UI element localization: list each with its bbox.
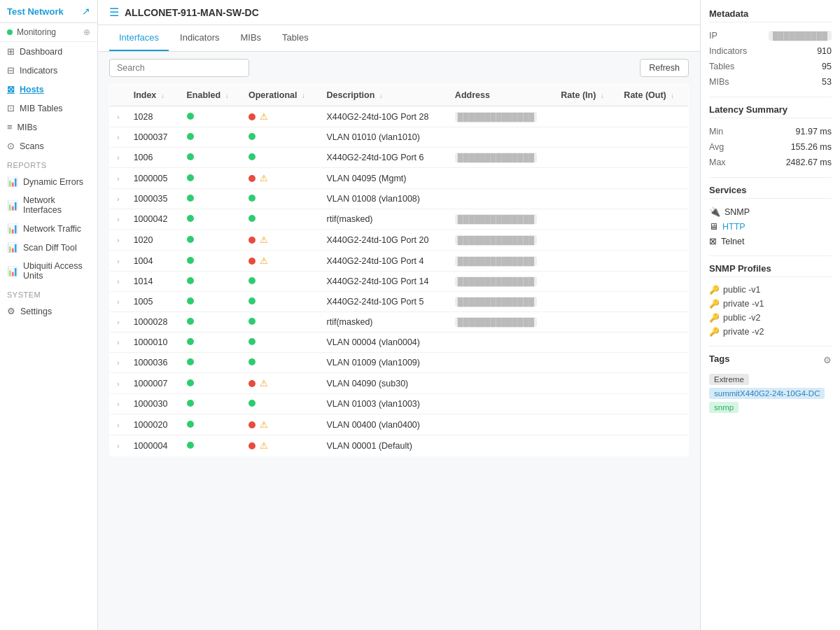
col-rate-in[interactable]: Rate (In) ↓ — [554, 85, 617, 106]
tables-value: 95 — [822, 62, 832, 71]
tab-tables[interactable]: Tables — [272, 25, 318, 51]
tag-snmp[interactable]: snmp — [709, 402, 738, 413]
row-expander[interactable]: › — [117, 113, 120, 121]
monitoring-item[interactable]: Monitoring ⊕ — [0, 23, 97, 42]
op-red-dot — [248, 442, 255, 449]
sidebar-item-scan-diff-tool[interactable]: 📊 Scan Diff Tool — [0, 238, 97, 257]
col-index[interactable]: Index ↓ — [127, 85, 180, 106]
col-address: Address — [448, 85, 554, 106]
enabled-status-dot — [187, 318, 194, 325]
sidebar-item-mibs[interactable]: ≡ MIBs — [0, 118, 97, 136]
row-expander[interactable]: › — [117, 257, 120, 265]
operational-status: ⚠ — [248, 440, 313, 451]
tags-gear-icon[interactable]: ⚙ — [823, 355, 832, 365]
col-rate-out[interactable]: Rate (Out) ↓ — [617, 85, 688, 106]
external-link-icon[interactable]: ↗ — [82, 6, 90, 17]
sidebar-item-label: Scan Diff Tool — [23, 243, 77, 253]
service-http[interactable]: 🖥 HTTP — [709, 219, 832, 234]
divider-1 — [709, 97, 832, 97]
row-expander[interactable]: › — [117, 174, 120, 183]
row-expander[interactable]: › — [117, 153, 120, 162]
address-masked: ██████████████ — [455, 235, 537, 245]
row-expander[interactable]: › — [117, 358, 120, 367]
sidebar-item-label: MIB Tables — [20, 104, 63, 113]
cell-operational: ⚠ — [241, 168, 320, 189]
col-description[interactable]: Description ↓ — [320, 85, 448, 106]
sidebar-item-indicators[interactable]: ⊟ Indicators — [0, 61, 97, 80]
row-expander[interactable]: › — [117, 338, 120, 346]
cell-address — [448, 394, 554, 414]
sidebar-item-mib-tables[interactable]: ⊡ MIB Tables — [0, 99, 97, 118]
table-row: ›1000042rtif(masked)██████████████ — [110, 209, 689, 230]
row-expander[interactable]: › — [117, 318, 120, 326]
sidebar-item-dashboard[interactable]: ⊞ Dashboard — [0, 42, 97, 61]
sidebar-item-dynamic-errors[interactable]: 📊 Dynamic Errors — [0, 172, 97, 191]
col-enabled[interactable]: Enabled ↓ — [180, 85, 241, 106]
warning-icon: ⚠ — [260, 440, 268, 451]
row-expander[interactable]: › — [117, 195, 120, 203]
enabled-status-dot — [187, 215, 194, 222]
cell-description: VLAN 01009 (vlan1009) — [320, 353, 448, 373]
row-expander[interactable]: › — [117, 133, 120, 141]
cell-rate-out — [617, 251, 688, 272]
row-expander[interactable]: › — [117, 442, 120, 450]
tag-summit[interactable]: summitX440G2-24t-10G4-DC — [709, 388, 825, 399]
sidebar-item-network-traffic[interactable]: 📊 Network Traffic — [0, 219, 97, 238]
http-label[interactable]: HTTP — [722, 222, 746, 232]
right-panel: Metadata IP ██████████ Indicators 910 Ta… — [700, 0, 840, 630]
cell-index: 1000042 — [127, 209, 180, 230]
table-row: ›1000036VLAN 01009 (vlan1009) — [110, 353, 689, 373]
cell-rate-in — [554, 373, 617, 394]
op-green-dot — [248, 133, 255, 140]
sidebar-brand[interactable]: Test Network ↗ — [0, 0, 97, 23]
row-expander[interactable]: › — [117, 400, 120, 408]
enabled-status-dot — [187, 257, 194, 264]
enabled-status-dot — [187, 133, 194, 140]
row-expander[interactable]: › — [117, 421, 120, 429]
indicators-label: Indicators — [709, 46, 747, 56]
cell-rate-out — [617, 394, 688, 414]
cell-operational: ⚠ — [241, 373, 320, 394]
enabled-status-dot — [187, 400, 194, 407]
row-expander[interactable]: › — [117, 277, 120, 286]
tab-indicators[interactable]: Indicators — [170, 25, 229, 51]
cell-description: VLAN 00400 (vlan0400) — [320, 414, 448, 435]
monitoring-status-dot — [7, 29, 13, 35]
cell-rate-out — [617, 230, 688, 251]
warning-icon: ⚠ — [260, 378, 268, 388]
cell-enabled — [180, 168, 241, 189]
table-row: ›1000005⚠VLAN 04095 (Mgmt) — [110, 168, 689, 189]
ip-value: ██████████ — [769, 31, 832, 41]
col-operational[interactable]: Operational ↓ — [241, 85, 320, 106]
sidebar-item-hosts[interactable]: ⊠ Hosts — [0, 80, 97, 99]
tab-mibs[interactable]: MIBs — [230, 25, 271, 51]
cell-enabled — [180, 189, 241, 209]
cell-address — [448, 127, 554, 148]
tags-title: Tags — [709, 354, 729, 367]
row-expander[interactable]: › — [117, 236, 120, 244]
ip-row: IP ██████████ — [709, 28, 832, 43]
cell-index: 1004 — [127, 251, 180, 272]
hosts-icon: ⊠ — [7, 84, 15, 94]
row-expander[interactable]: › — [117, 215, 120, 223]
sidebar-item-ubiquiti[interactable]: 📊 Ubiquiti Access Units — [0, 257, 97, 285]
device-icon: ☰ — [109, 6, 119, 19]
refresh-button[interactable]: Refresh — [640, 59, 689, 77]
sidebar-item-label: MIBs — [18, 122, 37, 132]
sidebar-item-scans[interactable]: ⊙ Scans — [0, 136, 97, 155]
sidebar-item-settings[interactable]: ⚙ Settings — [0, 302, 97, 321]
warning-icon: ⚠ — [260, 234, 268, 245]
tab-interfaces[interactable]: Interfaces — [109, 25, 169, 51]
row-expander[interactable]: › — [117, 298, 120, 306]
row-expander[interactable]: › — [117, 379, 120, 388]
cell-operational: ⚠ — [241, 230, 320, 251]
sidebar-item-network-interfaces[interactable]: 📊 Network Interfaces — [0, 191, 97, 219]
enabled-status-dot — [187, 236, 194, 243]
cell-rate-in — [554, 189, 617, 209]
tag-extreme[interactable]: Extreme — [709, 374, 749, 385]
search-input[interactable] — [109, 59, 249, 77]
cell-address: ██████████████ — [448, 312, 554, 332]
snmp-profile-1: 🔑 public -v1 — [709, 283, 832, 297]
scan-diff-icon: 📊 — [7, 242, 18, 253]
enabled-status-dot — [187, 174, 194, 181]
